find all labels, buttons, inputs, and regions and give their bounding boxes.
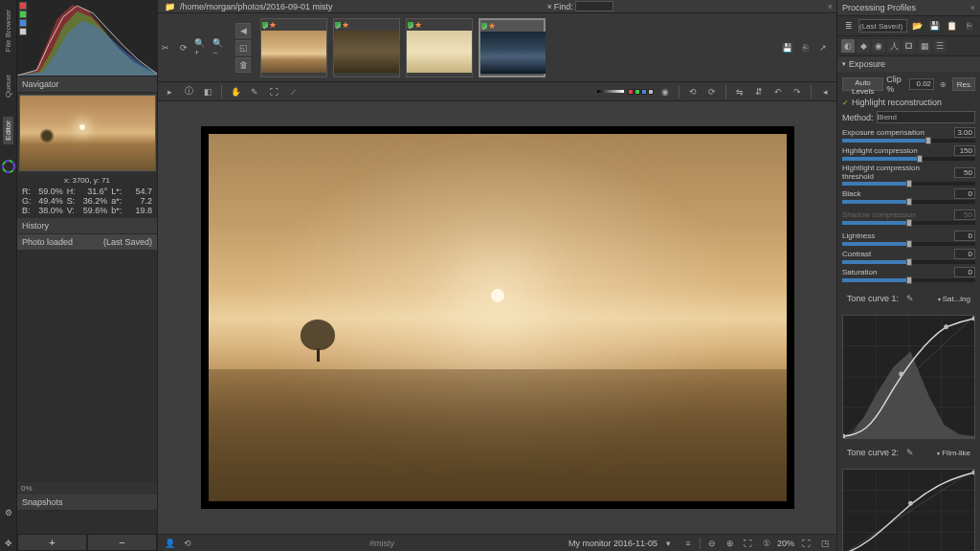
- detail-tab-icon[interactable]: ◆: [857, 39, 870, 53]
- add-snapshot-button[interactable]: +: [17, 534, 87, 551]
- find-icon[interactable]: ×: [547, 2, 552, 11]
- color-tab-icon[interactable]: ◉: [872, 39, 885, 53]
- undo-icon[interactable]: ↶: [770, 84, 786, 99]
- slider-value[interactable]: 0: [954, 231, 975, 241]
- wb-picker-icon[interactable]: ✎: [247, 84, 262, 99]
- fs-view-icon[interactable]: ◱: [235, 40, 251, 55]
- zoom-100-btn[interactable]: ①: [759, 536, 774, 551]
- curve1-mode[interactable]: Sat...ing: [938, 295, 970, 303]
- tone-curve-1[interactable]: [842, 315, 975, 439]
- slider-value[interactable]: 50: [954, 167, 975, 178]
- metadata-tab-icon[interactable]: ☰: [933, 39, 947, 53]
- zoom-out-btn[interactable]: ⊖: [704, 536, 720, 551]
- crop-tool-icon[interactable]: ✂: [158, 40, 173, 55]
- zoom-in-btn[interactable]: ⊕: [723, 536, 738, 551]
- gamut-icon[interactable]: ≡: [680, 536, 696, 551]
- find-input[interactable]: [575, 1, 613, 11]
- preview-bg-patches[interactable]: [628, 89, 654, 95]
- rotate-left-icon[interactable]: ⟲: [685, 84, 701, 99]
- hist-toggle-g[interactable]: [19, 11, 27, 18]
- clip-input[interactable]: 0.02: [909, 78, 934, 90]
- color-wheel-icon[interactable]: [2, 160, 15, 173]
- history-list[interactable]: Photo loaded (Last Saved): [17, 234, 157, 482]
- raw-tab-icon[interactable]: ▦: [918, 39, 931, 53]
- save-icon[interactable]: 💾: [779, 40, 794, 55]
- tab-editor[interactable]: Editor: [3, 117, 13, 144]
- tab-file-browser[interactable]: File Browser: [3, 6, 13, 55]
- slider-value[interactable]: 3.00: [954, 127, 975, 138]
- hist-toggle-r[interactable]: [19, 2, 27, 10]
- slider-track[interactable]: [842, 157, 975, 161]
- slider-value[interactable]: 0: [954, 267, 975, 277]
- move-icon[interactable]: ✥: [1, 536, 16, 551]
- thumbnail-selected[interactable]: ✓★: [479, 18, 546, 77]
- thumbnail[interactable]: ✓★: [333, 18, 400, 77]
- fullscreen-icon[interactable]: ⛶: [798, 536, 813, 551]
- curve1-picker-icon[interactable]: ✎: [902, 291, 918, 306]
- slider-track[interactable]: [842, 260, 975, 264]
- zoom-fit-btn[interactable]: ⛶: [741, 536, 756, 551]
- wavelet-tab-icon[interactable]: 人: [887, 39, 901, 53]
- rotate-right-icon[interactable]: ⟳: [704, 84, 720, 99]
- info-icon[interactable]: ⓘ: [181, 84, 196, 99]
- neutral-icon[interactable]: ⊕: [937, 77, 949, 92]
- rotate-tool-icon[interactable]: ⟳: [176, 40, 191, 55]
- method-select[interactable]: Blend: [877, 111, 975, 123]
- before-after-icon[interactable]: ◧: [200, 84, 215, 99]
- profile-load-icon[interactable]: 📂: [909, 18, 924, 33]
- detail-window-icon[interactable]: ◳: [817, 536, 833, 551]
- hist-toggle-b[interactable]: [19, 19, 27, 27]
- slider-track[interactable]: [842, 200, 975, 204]
- image-canvas[interactable]: [158, 101, 836, 534]
- slider-track[interactable]: [842, 182, 975, 186]
- soft-proof-icon[interactable]: ◉: [657, 84, 673, 99]
- slider-value[interactable]: 50: [954, 209, 975, 220]
- sync-icon[interactable]: ⟲: [180, 536, 195, 551]
- straighten-icon[interactable]: ⟋: [285, 84, 301, 99]
- transform-tab-icon[interactable]: ⛋: [902, 39, 916, 53]
- slider-value[interactable]: 0: [954, 188, 975, 199]
- zoom-in-icon[interactable]: 🔍+: [194, 40, 210, 55]
- profile-save-icon[interactable]: 💾: [926, 18, 942, 33]
- queue-icon[interactable]: ⎘: [797, 40, 813, 55]
- slider-track[interactable]: [842, 242, 975, 246]
- slider-track[interactable]: [842, 139, 975, 143]
- tab-queue[interactable]: Queue: [3, 71, 13, 101]
- folder-icon[interactable]: 📁: [162, 0, 177, 14]
- exposure-section-header[interactable]: Exposure: [837, 56, 980, 72]
- slider-track[interactable]: [842, 278, 975, 282]
- dropdown-icon[interactable]: ▾: [661, 536, 677, 551]
- hist-toggle-l[interactable]: [19, 28, 27, 35]
- flip-h-icon[interactable]: ⇋: [732, 84, 747, 99]
- slider-track[interactable]: [842, 221, 975, 225]
- slider-value[interactable]: 0: [954, 249, 975, 259]
- external-edit-icon[interactable]: ↗: [815, 40, 831, 55]
- redo-icon[interactable]: ↷: [790, 84, 805, 99]
- thumbnail[interactable]: ✓★: [260, 18, 327, 77]
- history-item[interactable]: Photo loaded (Last Saved): [17, 234, 157, 250]
- hand-tool-icon[interactable]: ✋: [228, 84, 243, 99]
- curve2-mode[interactable]: Film-like: [937, 449, 970, 457]
- profile-mode-icon[interactable]: ≣: [841, 18, 857, 33]
- preferences-icon[interactable]: ⚙: [1, 505, 16, 520]
- profile-copy-icon[interactable]: 📋: [944, 18, 959, 33]
- close-profiles-icon[interactable]: ×: [970, 3, 975, 12]
- crop-icon[interactable]: ⛶: [266, 84, 281, 99]
- exposure-tab-icon[interactable]: ◐: [841, 39, 855, 53]
- delete-snapshot-button[interactable]: −: [87, 534, 157, 551]
- tone-curve-2[interactable]: [842, 469, 975, 551]
- close-panel-icon[interactable]: ×: [828, 2, 833, 11]
- highlight-reconstruction-check[interactable]: Highlight reconstruction: [842, 98, 975, 107]
- profile-paste-icon[interactable]: ⎘: [961, 18, 976, 33]
- fs-nav-prev-icon[interactable]: ◀: [235, 23, 251, 38]
- curve2-picker-icon[interactable]: ✎: [902, 445, 918, 460]
- zoom-out-icon[interactable]: 🔍−: [212, 40, 228, 55]
- reset-button[interactable]: Res: [952, 77, 975, 91]
- auto-levels-button[interactable]: Auto Levels: [842, 77, 883, 91]
- toggle-right-panel-icon[interactable]: ◂: [817, 84, 833, 99]
- histogram[interactable]: [17, 0, 157, 77]
- profile-select[interactable]: (Last Saved): [858, 19, 907, 33]
- toggle-panel-icon[interactable]: ▸: [162, 84, 177, 99]
- navigator-preview[interactable]: [19, 95, 156, 171]
- slider-value[interactable]: 150: [954, 145, 975, 156]
